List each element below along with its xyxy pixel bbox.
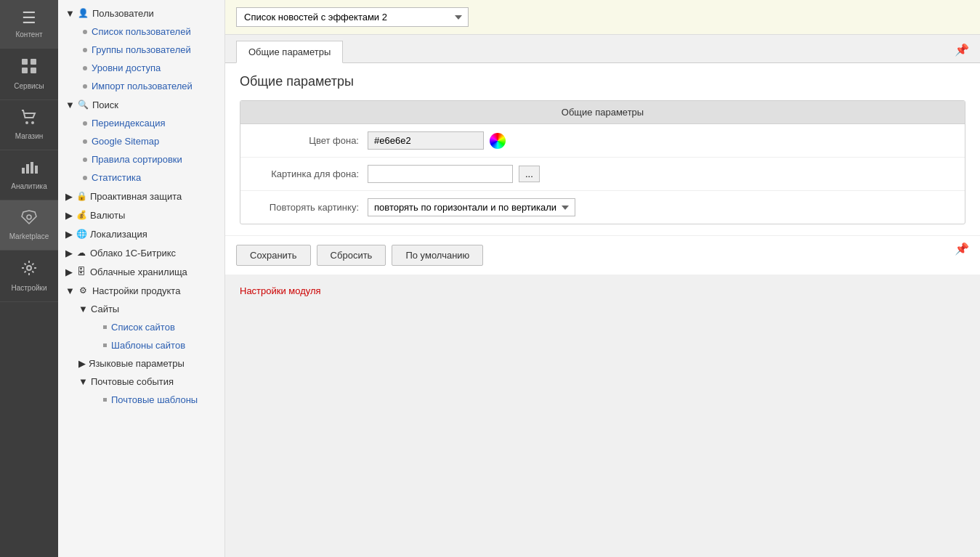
arrow-icon: ▶	[65, 267, 73, 277]
content-panel: Общие параметры Общие параметры Цвет фон…	[225, 63, 980, 235]
bullet-icon	[83, 139, 87, 144]
services-icon	[20, 57, 38, 79]
nav-link-mail-templates[interactable]: Почтовые шаблоны	[111, 394, 198, 405]
nav-group-proactive[interactable]: ▶ 🔒 Проактивная защита	[58, 187, 224, 206]
default-button[interactable]: По умолчанию	[392, 245, 483, 266]
arrow-icon: ▼	[78, 304, 88, 314]
browse-button[interactable]: ...	[519, 166, 540, 182]
bg-color-input[interactable]	[368, 131, 484, 150]
shield-icon: 🔒	[76, 190, 87, 202]
sidebar-item-label-shop: Магазин	[15, 132, 44, 141]
sidebar-item-services[interactable]: Сервисы	[0, 49, 58, 100]
nav-group-search[interactable]: ▼ 🔍 Поиск	[58, 95, 224, 114]
nav-item-reindex[interactable]: Переиндексация	[68, 114, 224, 132]
sidebar-item-analytics[interactable]: Аналитика	[0, 150, 58, 200]
nav-sub-product: ▼ Сайты Список сайтов Шаблоны сайтов ▶ Я…	[58, 300, 224, 409]
arrow-icon: ▶	[65, 191, 73, 202]
bg-image-value: ...	[368, 165, 954, 183]
tab-bar: Общие параметры 📌	[225, 35, 980, 63]
search-icon: 🔍	[78, 99, 89, 110]
nav-group-product-settings[interactable]: ▼ ⚙ Настройки продукта	[58, 281, 224, 300]
nav-item-sites-list[interactable]: Список сайтов	[89, 318, 224, 336]
nav-link-lang-params[interactable]: Языковые параметры	[89, 358, 185, 369]
nav-item-user-groups[interactable]: Группы пользователей	[68, 41, 224, 59]
nav-item-import-users[interactable]: Импорт пользователей	[68, 77, 224, 95]
sidebar-item-label-content: Контент	[15, 31, 42, 39]
module-selector[interactable]: Список новостей с эффектами 2	[236, 7, 469, 27]
nav-link-product-settings[interactable]: Настройки продукта	[92, 285, 181, 296]
nav-item-sites-templates[interactable]: Шаблоны сайтов	[89, 336, 224, 354]
settings-table: Общие параметры Цвет фона: Картинка для …	[240, 100, 965, 224]
tab-label: Общие параметры	[248, 46, 331, 57]
pin-icon-bottom: 📌	[955, 242, 969, 256]
nav-item-statistics[interactable]: Статистика	[68, 168, 224, 187]
nav-group-cloud-storage[interactable]: ▶ 🗄 Облачные хранилища	[58, 262, 224, 281]
nav-link-statistics[interactable]: Статистика	[92, 172, 141, 183]
repeat-select[interactable]: повторять по горизонтали и по вертикали …	[368, 198, 575, 216]
bullet-icon	[83, 48, 87, 52]
module-settings-anchor[interactable]: Настройки модуля	[240, 285, 321, 296]
nav-group-currencies[interactable]: ▶ 💰 Валюты	[58, 206, 224, 224]
nav-link-sites-templates[interactable]: Шаблоны сайтов	[111, 340, 185, 351]
panel-title: Общие параметры	[240, 74, 965, 89]
sidebar-item-content[interactable]: ☰ Контент	[0, 0, 58, 49]
sidebar-item-label-marketplace: Marketplace	[9, 232, 49, 241]
bg-color-value	[368, 131, 954, 150]
users-icon: 👤	[78, 7, 89, 19]
module-settings-link[interactable]: Настройки модуля	[225, 275, 980, 307]
globe-icon: 🌐	[76, 228, 87, 240]
nav-link-proactive[interactable]: Проактивная защита	[90, 191, 182, 202]
bg-image-input[interactable]	[368, 165, 513, 183]
nav-link-sort-rules[interactable]: Правила сортировки	[92, 154, 182, 165]
repeat-label: Повторять картинку:	[251, 202, 368, 213]
nav-link-mail-events[interactable]: Почтовые события	[91, 376, 174, 387]
svg-point-4	[25, 121, 28, 124]
nav-group-lang-params[interactable]: ▶ Языковые параметры	[68, 354, 224, 373]
nav-group-users[interactable]: ▼ 👤 Пользователи	[58, 4, 224, 23]
nav-item-access-levels[interactable]: Уровни доступа	[68, 59, 224, 77]
nav-link-import-users[interactable]: Импорт пользователей	[92, 81, 193, 92]
arrow-icon: ▶	[78, 358, 86, 369]
save-button[interactable]: Сохранить	[236, 245, 311, 266]
nav-item-mail-templates[interactable]: Почтовые шаблоны	[89, 391, 224, 409]
nav-link-user-groups[interactable]: Группы пользователей	[92, 44, 191, 55]
sidebar: ☰ Контент Сервисы Магазин Аналитика Mark…	[0, 0, 58, 557]
currency-icon: 💰	[76, 209, 87, 221]
tab-general-params[interactable]: Общие параметры	[236, 41, 343, 63]
nav-link-user-list[interactable]: Список пользователей	[92, 26, 191, 37]
sidebar-item-shop[interactable]: Магазин	[0, 100, 58, 150]
nav-group-localization[interactable]: ▶ 🌐 Локализация	[58, 224, 224, 243]
nav-link-sites-list[interactable]: Список сайтов	[111, 322, 175, 333]
nav-link-cloud-1c[interactable]: Облако 1С-Битрикс	[90, 248, 176, 259]
nav-group-sites[interactable]: ▼ Сайты	[68, 300, 224, 318]
tab-wrapper: Общие параметры 📌	[225, 35, 980, 63]
svg-rect-0	[22, 59, 28, 65]
gear-icon: ⚙	[78, 285, 89, 296]
nav-group-cloud-1c[interactable]: ▶ ☁ Облако 1С-Битрикс	[58, 243, 224, 262]
nav-link-google-sitemap[interactable]: Google Sitemap	[92, 136, 159, 147]
nav-label-search: Поиск	[92, 99, 118, 110]
color-picker-icon[interactable]	[490, 133, 506, 149]
nav-link-reindex[interactable]: Переиндексация	[92, 118, 166, 129]
sidebar-item-settings[interactable]: Настройки	[0, 251, 58, 302]
nav-group-mail-events[interactable]: ▼ Почтовые события	[68, 373, 224, 391]
bg-color-label: Цвет фона:	[251, 135, 368, 146]
sidebar-item-marketplace[interactable]: Marketplace	[0, 200, 58, 251]
settings-table-header: Общие параметры	[240, 101, 965, 124]
reset-button[interactable]: Сбросить	[317, 245, 386, 266]
svg-point-11	[27, 266, 31, 270]
bullet-sq-icon	[103, 398, 107, 402]
sidebar-item-label-services: Сервисы	[14, 82, 44, 91]
nav-item-google-sitemap[interactable]: Google Sitemap	[68, 132, 224, 150]
nav-link-localization[interactable]: Локализация	[90, 229, 147, 240]
nav-link-currencies[interactable]: Валюты	[90, 210, 125, 221]
settings-icon	[20, 259, 38, 281]
svg-rect-8	[31, 162, 33, 174]
arrow-icon: ▼	[65, 285, 75, 296]
nav-link-access-levels[interactable]: Уровни доступа	[92, 62, 161, 73]
nav-item-sort-rules[interactable]: Правила сортировки	[68, 150, 224, 168]
arrow-icon: ▼	[65, 8, 75, 19]
arrow-icon: ▶	[65, 210, 73, 221]
nav-link-cloud-storage[interactable]: Облачные хранилища	[90, 267, 187, 277]
nav-item-user-list[interactable]: Список пользователей	[68, 23, 224, 41]
